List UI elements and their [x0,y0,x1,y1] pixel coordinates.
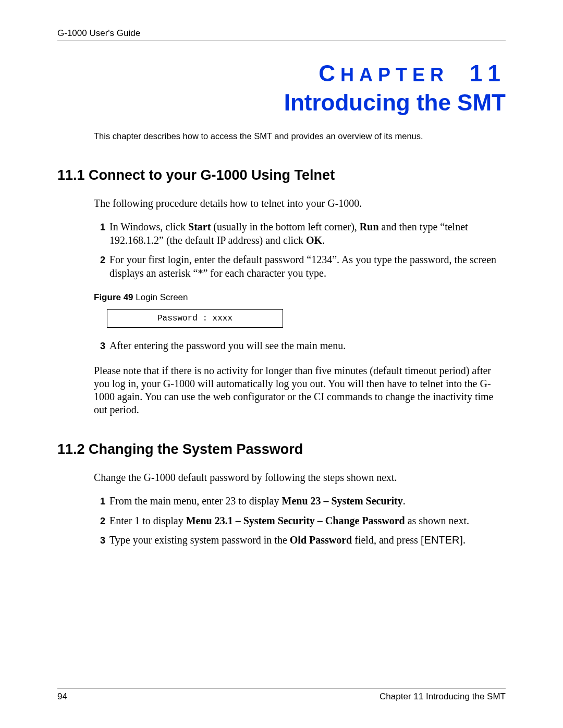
t: . [322,235,325,246]
section-11-2-lead: Change the G-1000 default password by fo… [94,471,506,484]
figure-49-caption: Figure 49 Login Screen [94,292,506,303]
t-bold: Menu 23.1 – System Security – Change Pas… [186,515,405,526]
list-11-2: 1 From the main menu, enter 23 to displa… [94,495,506,553]
t: From the main menu, enter 23 to display [109,495,282,507]
list-number: 1 [94,495,105,508]
list-number: 1 [94,220,105,247]
section-11-1-lead: The following procedure details how to t… [94,197,506,210]
t-bold: Menu 23 – System Security [282,495,403,507]
footer-rule [57,688,506,688]
list-text: Enter 1 to display Menu 23.1 – System Se… [109,514,506,528]
list-number: 3 [94,339,105,353]
list-item: 1 In Windows, click Start (usually in th… [94,220,506,247]
figure-title: Login Screen [133,292,188,302]
section-11-1-note: Please note that if there is no activity… [94,364,506,416]
list-text: From the main menu, enter 23 to display … [109,495,506,508]
page-container: G-1000 User's Guide CHAPTER 11 Introduci… [0,0,563,728]
list-text: In Windows, click Start (usually in the … [109,220,506,247]
header-guide-title: G-1000 User's Guide [57,28,506,39]
chapter-title: Introducing the SMT [57,90,506,116]
list-item: 2 Enter 1 to display Menu 23.1 – System … [94,514,506,528]
t: ]. [459,534,466,546]
chapter-intro: This chapter describes how to access the… [94,131,506,141]
header-rule [57,41,506,41]
section-11-1-heading: 11.1 Connect to your G-1000 Using Telnet [57,167,506,183]
t-bold: OK [306,235,322,246]
footer-page-number: 94 [57,692,67,702]
figure-label: Figure 49 [94,292,133,302]
list-text: For your first login, enter the default … [109,253,506,280]
t-bold: Start [188,221,211,232]
list-number: 2 [94,514,105,528]
chapter-number: 11 [470,60,506,86]
list-item: 3 After entering the password you will s… [94,339,506,353]
section-11-2-heading: 11.2 Changing the System Password [57,441,506,458]
list-text: After entering the password you will see… [109,339,506,353]
list-11-1: 1 In Windows, click Start (usually in th… [94,220,506,286]
list-item: 2 For your first login, enter the defaul… [94,253,506,280]
t: Enter 1 to display [109,515,186,526]
t-bold: Run [360,221,379,232]
list-number: 3 [94,534,105,547]
footer-chapter-ref: Chapter 11 Introducing the SMT [380,692,506,702]
list-number: 2 [94,253,105,280]
figure-49-login-box: Password : xxxx [107,309,283,328]
list-11-1b: 3 After entering the password you will s… [94,339,506,359]
t: field, and press [ [352,534,424,546]
chapter-gap [449,64,470,85]
t: as shown next. [405,515,469,526]
list-text: Type your existing system password in th… [109,534,506,547]
footer: 94 Chapter 11 Introducing the SMT [57,688,506,702]
list-item: 1 From the main menu, enter 23 to displa… [94,495,506,508]
t: In Windows, click [109,221,188,232]
list-item: 3 Type your existing system password in … [94,534,506,547]
chapter-label-c: C [319,60,340,86]
chapter-label: CHAPTER 11 [57,60,506,87]
t: (usually in the bottom left corner), [211,221,359,232]
t-bold: Old Password [290,534,352,546]
t: Type your existing system password in th… [109,534,290,546]
t: . [403,495,406,507]
chapter-label-rest: HAPTER [340,64,449,85]
footer-row: 94 Chapter 11 Introducing the SMT [57,692,506,702]
t-key: ENTER [424,534,460,546]
